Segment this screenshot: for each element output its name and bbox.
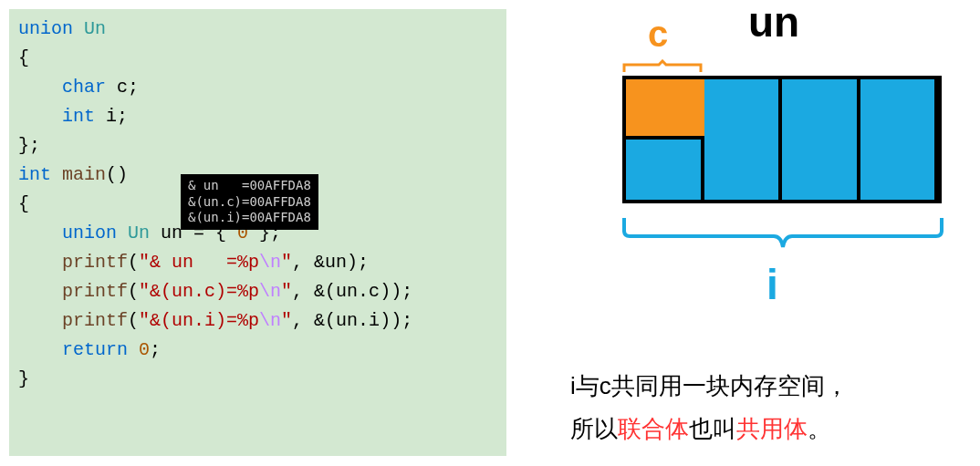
memory-box — [622, 76, 942, 203]
label-i: i — [766, 260, 778, 309]
caption-line2: 所以联合体也叫共用体。 — [570, 408, 976, 450]
kw-union2: union — [62, 223, 117, 243]
printf2-esc: \n — [259, 281, 281, 302]
output-tooltip: & un =00AFFDA8 &(un.c)=00AFFDA8 &(un.i)=… — [181, 174, 318, 230]
return-val: 0 — [139, 339, 150, 360]
caption-red2: 共用体 — [736, 415, 808, 442]
mem-byte-2 — [782, 79, 860, 200]
code-block: union Un { char c; int i; }; int main() … — [9, 9, 506, 456]
field-i: i; — [106, 106, 128, 127]
kw-return: return — [62, 339, 128, 360]
lbrace: { — [18, 47, 29, 68]
printf2: printf — [62, 281, 128, 302]
printf1-str: "& un =%p — [139, 252, 259, 273]
printf3-args: , &(un.i)); — [292, 310, 412, 331]
printf1-esc: \n — [259, 252, 281, 273]
printf1-args: , &un); — [292, 252, 369, 273]
lbrace2: { — [18, 193, 29, 214]
printf3-esc: \n — [259, 310, 281, 331]
tooltip-line1: & un =00AFFDA8 — [188, 178, 311, 192]
main-parens: () — [106, 164, 128, 185]
type-un: Un — [84, 18, 106, 39]
rbrace-semi: }; — [18, 135, 40, 156]
mem-byte-3 — [860, 79, 939, 200]
caption-line1: i与c共同用一块内存空间， — [570, 365, 976, 408]
mem-byte-1 — [704, 79, 783, 200]
label-c: c — [648, 14, 668, 55]
c-bracket-icon — [622, 59, 703, 72]
i-bracket-icon — [620, 214, 945, 251]
type-un2: Un — [128, 223, 150, 243]
printf1: printf — [62, 252, 128, 273]
kw-int2: int — [18, 164, 51, 185]
printf2-args: , &(un.c)); — [292, 281, 412, 302]
printf2-str: "&(un.c)=%p — [139, 281, 259, 302]
kw-char: char — [62, 77, 106, 98]
label-un: un — [748, 0, 799, 47]
c-overlay — [626, 79, 704, 140]
tooltip-line3: &(un.i)=00AFFDA8 — [188, 210, 311, 224]
return-semi: ; — [150, 339, 161, 360]
caption-red1: 联合体 — [618, 415, 689, 442]
kw-union: union — [18, 18, 73, 39]
kw-int: int — [62, 106, 95, 127]
field-c: c; — [117, 77, 139, 98]
tooltip-line2: &(un.c)=00AFFDA8 — [188, 194, 311, 209]
id-main: main — [62, 164, 106, 185]
printf3: printf — [62, 310, 128, 331]
caption: i与c共同用一块内存空间， 所以联合体也叫共用体。 — [570, 365, 976, 450]
rbrace2: } — [18, 368, 29, 389]
printf3-str: "&(un.i)=%p — [139, 310, 259, 331]
